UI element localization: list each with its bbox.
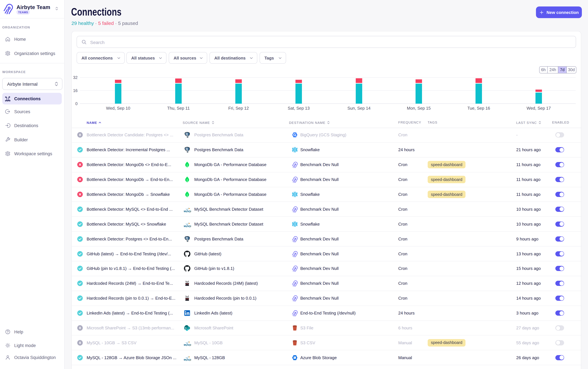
svg-text:16: 16 xyxy=(73,88,78,93)
svg-text:Fri, Sep 12: Fri, Sep 12 xyxy=(228,106,249,111)
svg-text:0: 0 xyxy=(75,101,78,106)
svg-text:S: S xyxy=(185,327,187,329)
svg-text:Wed, Sep 17: Wed, Sep 17 xyxy=(527,106,551,111)
svg-text:Mon, Sep 15: Mon, Sep 15 xyxy=(407,106,431,111)
svg-text:MySQL: MySQL xyxy=(184,210,191,213)
svg-text:MySQL: MySQL xyxy=(184,225,191,227)
svg-text:MySQL: MySQL xyxy=(184,343,191,346)
svg-text:Tue, Sep 16: Tue, Sep 16 xyxy=(468,106,490,111)
svg-text:Sat, Sep 13: Sat, Sep 13 xyxy=(288,106,310,111)
svg-text:MySQL: MySQL xyxy=(184,358,191,361)
svg-text:Thu, Sep 11: Thu, Sep 11 xyxy=(167,106,190,111)
svg-text:01: 01 xyxy=(294,358,296,359)
svg-text:32: 32 xyxy=(73,75,78,80)
svg-text:Sun, Sep 14: Sun, Sep 14 xyxy=(347,106,370,111)
svg-text:Wed, Sep 10: Wed, Sep 10 xyxy=(106,106,130,111)
